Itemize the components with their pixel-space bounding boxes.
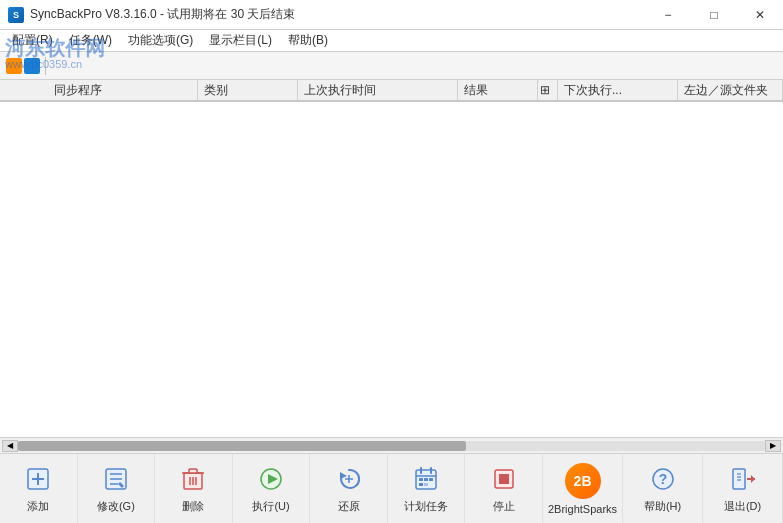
svg-rect-29 xyxy=(499,474,509,484)
svg-rect-27 xyxy=(424,483,428,486)
title-bar-controls: − □ ✕ xyxy=(645,0,783,30)
toolbar-blue-icon xyxy=(24,58,40,74)
brand-label: 2BrightSparks xyxy=(548,503,617,515)
col-header-group[interactable]: 类别 xyxy=(198,80,298,100)
h-scrollbar-thumb[interactable] xyxy=(18,441,466,451)
run-button[interactable]: 执行(U) xyxy=(233,454,311,523)
svg-text:?: ? xyxy=(658,471,667,487)
close-button[interactable]: ✕ xyxy=(737,0,783,30)
modify-button[interactable]: 修改(G) xyxy=(78,454,156,523)
add-button[interactable]: 添加 xyxy=(0,454,78,523)
brand-icon: 2B xyxy=(565,463,601,499)
menu-help[interactable]: 帮助(B) xyxy=(280,30,336,51)
h-scrollbar-track[interactable] xyxy=(18,441,765,451)
main-content xyxy=(0,102,783,437)
exit-icon xyxy=(727,463,759,495)
schedule-button[interactable]: 计划任务 xyxy=(388,454,466,523)
svg-rect-10 xyxy=(189,469,197,473)
col-header-source[interactable]: 左边／源文件夹 xyxy=(678,80,783,100)
menu-task[interactable]: 任务(W) xyxy=(61,30,120,51)
col-header-last-run[interactable]: 上次执行时间 xyxy=(298,80,458,100)
restore-label: 还原 xyxy=(338,499,360,514)
toolbar xyxy=(0,52,783,80)
brand-button[interactable]: 2B 2BrightSparks xyxy=(543,454,623,523)
delete-button[interactable]: 删除 xyxy=(155,454,233,523)
help-button[interactable]: ? 帮助(H) xyxy=(623,454,703,523)
col-header-next-run[interactable]: 下次执行... xyxy=(558,80,678,100)
restore-icon xyxy=(333,463,365,495)
toolbar-orange-icon xyxy=(6,58,22,74)
h-scroll-right[interactable]: ▶ xyxy=(765,440,781,452)
svg-rect-25 xyxy=(429,478,433,481)
bottom-toolbar: 添加 修改(G) 删除 xyxy=(0,453,783,523)
add-label: 添加 xyxy=(27,499,49,514)
menu-bar: 配置(R) 任务(W) 功能选项(G) 显示栏目(L) 帮助(B) xyxy=(0,30,783,52)
svg-rect-32 xyxy=(733,469,745,489)
stop-button[interactable]: 停止 xyxy=(465,454,543,523)
maximize-button[interactable]: □ xyxy=(691,0,737,30)
col-header-grid-icon[interactable]: ⊞ xyxy=(538,80,558,100)
delete-icon xyxy=(177,463,209,495)
modify-icon xyxy=(100,463,132,495)
restore-button[interactable]: 还原 xyxy=(310,454,388,523)
svg-rect-24 xyxy=(424,478,428,481)
svg-rect-26 xyxy=(419,483,423,486)
stop-icon xyxy=(488,463,520,495)
help-icon: ? xyxy=(647,463,679,495)
run-label: 执行(U) xyxy=(252,499,289,514)
title-bar-left: S SyncBackPro V8.3.16.0 - 试用期将在 30 天后结束 xyxy=(8,6,295,23)
toolbar-separator xyxy=(45,57,46,75)
svg-rect-23 xyxy=(419,478,423,481)
col-header-result[interactable]: 结果 xyxy=(458,80,538,100)
col-header-name[interactable]: 同步程序 xyxy=(48,80,198,100)
h-scrollbar[interactable]: ◀ ▶ xyxy=(0,437,783,453)
exit-label: 退出(D) xyxy=(724,499,761,514)
schedule-icon xyxy=(410,463,442,495)
title-text: SyncBackPro V8.3.16.0 - 试用期将在 30 天后结束 xyxy=(30,6,295,23)
minimize-button[interactable]: − xyxy=(645,0,691,30)
exit-button[interactable]: 退出(D) xyxy=(703,454,783,523)
svg-marker-34 xyxy=(751,475,755,483)
stop-label: 停止 xyxy=(493,499,515,514)
menu-feature[interactable]: 功能选项(G) xyxy=(120,30,201,51)
schedule-label: 计划任务 xyxy=(404,499,448,514)
run-icon xyxy=(255,463,287,495)
add-icon xyxy=(22,463,54,495)
svg-marker-16 xyxy=(340,472,347,479)
menu-display[interactable]: 显示栏目(L) xyxy=(201,30,280,51)
app-icon: S xyxy=(8,7,24,23)
title-bar: S SyncBackPro V8.3.16.0 - 试用期将在 30 天后结束 … xyxy=(0,0,783,30)
menu-profile[interactable]: 配置(R) xyxy=(4,30,61,51)
help-label: 帮助(H) xyxy=(644,499,681,514)
delete-label: 删除 xyxy=(182,499,204,514)
h-scroll-left[interactable]: ◀ xyxy=(2,440,18,452)
modify-label: 修改(G) xyxy=(97,499,135,514)
column-header: 同步程序 类别 上次执行时间 结果 ⊞ 下次执行... 左边／源文件夹 xyxy=(0,80,783,102)
